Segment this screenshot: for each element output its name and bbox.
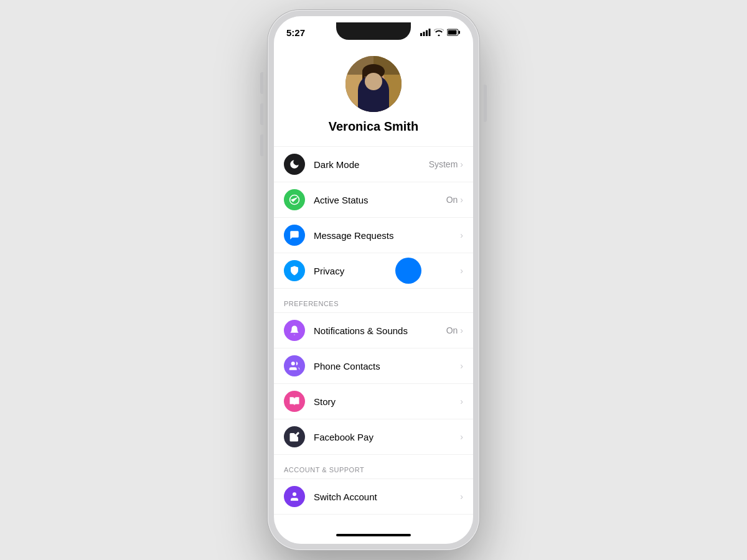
avatar-image — [345, 56, 402, 112]
active-status-label: Active Status — [314, 195, 446, 205]
contacts-icon — [289, 360, 300, 371]
phone-contacts-chevron: › — [460, 361, 463, 371]
svg-point-17 — [291, 362, 295, 365]
phone-contacts-icon — [284, 355, 305, 376]
moon-icon — [289, 159, 300, 170]
user-switch-icon — [289, 491, 300, 502]
shield-icon — [289, 265, 300, 276]
notifications-icon — [284, 320, 305, 341]
notifications-value: On — [446, 325, 458, 335]
phone-frame: 5:27 — [268, 10, 479, 550]
home-indicator — [274, 529, 473, 544]
story-icon — [284, 391, 305, 412]
account-label: ACCOUNT & SUPPORT — [284, 466, 364, 474]
story-chevron: › — [460, 396, 463, 406]
facebook-pay-label: Facebook Pay — [314, 432, 458, 442]
menu-item-active-status[interactable]: Active Status On › — [274, 182, 473, 218]
switch-account-label: Switch Account — [314, 492, 458, 502]
privacy-icon — [284, 260, 305, 281]
pen-icon — [289, 431, 300, 442]
svg-rect-13 — [362, 72, 365, 84]
preferences-label: PREFERENCES — [284, 300, 339, 307]
message-requests-icon — [284, 225, 305, 246]
active-status-value: On — [446, 195, 458, 205]
privacy-chevron: › — [460, 266, 463, 276]
phone-notch — [336, 22, 411, 40]
svg-rect-5 — [459, 31, 461, 34]
message-requests-label: Message Requests — [314, 230, 458, 241]
menu-item-message-requests[interactable]: Message Requests › — [274, 218, 473, 253]
avatar-svg — [345, 56, 402, 112]
svg-rect-6 — [448, 30, 457, 35]
menu-item-phone-contacts[interactable]: Phone Contacts › — [274, 348, 473, 384]
signal-icon — [420, 29, 431, 36]
screen-content: Veronica Smith Dark Mode System › — [274, 44, 473, 529]
phone-screen: 5:27 — [274, 16, 473, 544]
svg-rect-0 — [420, 33, 422, 36]
facebook-pay-icon — [284, 426, 305, 447]
dark-mode-label: Dark Mode — [314, 159, 429, 170]
chat-icon — [289, 230, 300, 241]
svg-rect-1 — [423, 32, 425, 36]
dark-mode-chevron: › — [460, 159, 463, 169]
bell-icon — [289, 325, 300, 336]
menu-item-switch-account[interactable]: Switch Account › — [274, 479, 473, 515]
switch-account-chevron: › — [460, 492, 463, 502]
dark-mode-icon — [284, 154, 305, 175]
privacy-label: Privacy — [314, 266, 460, 276]
notifications-chevron: › — [460, 325, 463, 335]
preferences-menu-list: Notifications & Sounds On › Phone — [274, 312, 473, 455]
svg-point-15 — [376, 80, 379, 82]
dark-mode-value: System — [429, 159, 458, 169]
status-time: 5:27 — [286, 27, 305, 38]
home-bar — [336, 534, 411, 536]
wifi-icon — [434, 29, 444, 36]
menu-item-notifications[interactable]: Notifications & Sounds On › — [274, 313, 473, 348]
story-label: Story — [314, 396, 458, 407]
svg-rect-3 — [429, 29, 431, 36]
notifications-label: Notifications & Sounds — [314, 325, 446, 336]
menu-item-story[interactable]: Story › — [274, 384, 473, 419]
switch-account-icon — [284, 486, 305, 507]
account-section-header: ACCOUNT & SUPPORT — [274, 455, 473, 478]
status-icons — [420, 29, 461, 36]
account-menu-list: Switch Account › — [274, 478, 473, 515]
active-status-icon — [284, 189, 305, 210]
facebook-pay-chevron: › — [460, 432, 463, 442]
phone-contacts-label: Phone Contacts — [314, 361, 458, 371]
menu-item-privacy[interactable]: Privacy › — [274, 253, 473, 289]
svg-point-14 — [369, 80, 372, 82]
menu-item-facebook-pay[interactable]: Facebook Pay › — [274, 419, 473, 455]
message-requests-chevron: › — [460, 230, 463, 240]
battery-icon — [447, 29, 461, 36]
menu-item-dark-mode[interactable]: Dark Mode System › — [274, 147, 473, 182]
preferences-section-header: PREFERENCES — [274, 289, 473, 312]
svg-rect-2 — [426, 30, 428, 37]
profile-section: Veronica Smith — [274, 44, 473, 146]
avatar — [345, 56, 402, 112]
profile-name: Veronica Smith — [329, 119, 419, 134]
svg-point-12 — [362, 64, 385, 79]
svg-point-18 — [293, 492, 296, 496]
check-circle-icon — [289, 194, 300, 205]
main-menu-list: Dark Mode System › Active Status On › — [274, 146, 473, 289]
active-status-chevron: › — [460, 195, 463, 205]
svg-rect-10 — [359, 86, 388, 112]
book-icon — [289, 396, 300, 407]
